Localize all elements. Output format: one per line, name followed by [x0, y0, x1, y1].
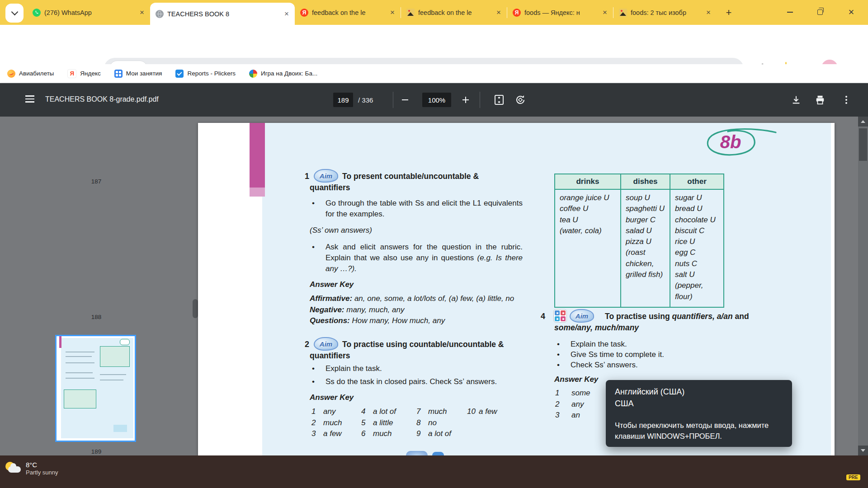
answer-text: any: [323, 406, 335, 418]
weather-temp: 8°C: [26, 461, 58, 469]
tab-close-icon[interactable]: ×: [389, 9, 396, 16]
bookmark-plickers[interactable]: Reports - Plickers: [175, 70, 236, 78]
title-part-italic: quantifiers, a/an: [672, 312, 732, 321]
page-number-input[interactable]: 189: [333, 93, 353, 107]
thumbnail-label-188: 188: [0, 314, 193, 320]
pdf-menu-button[interactable]: [25, 95, 34, 103]
scroll-down-button[interactable]: [858, 446, 868, 455]
checkbox-icon: [175, 70, 184, 78]
window-close-button[interactable]: ×: [841, 5, 862, 20]
print-icon: [815, 95, 825, 105]
minus-icon: [402, 99, 408, 100]
pdf-more-button[interactable]: [836, 90, 856, 110]
exercise-title: To present countable/uncountable & quant…: [310, 171, 513, 193]
zoom-in-button[interactable]: [456, 90, 476, 110]
zoom-level-input[interactable]: 100%: [422, 93, 451, 107]
exercise-bullet: Ask and elicit answers for the question …: [326, 242, 523, 274]
bookmark-label: Авиабилеты: [19, 70, 54, 77]
exercise-bullet: Explain the task.: [571, 339, 760, 350]
answer-num: 5: [361, 418, 373, 429]
module-badge-8b: 8b: [701, 126, 778, 158]
exercise-bullet: Explain the task.: [326, 363, 533, 374]
tab-feedback-yandex[interactable]: Я feedback on the le ×: [295, 0, 401, 25]
color-wheel-icon: [249, 70, 257, 78]
desktop-screen: (276) WhatsApp × TEACHERS BOOK 8 × Я fee…: [0, 0, 868, 488]
bookmark-igra[interactable]: Игра на Двоих: Ба...: [249, 70, 317, 78]
answer-text: much: [428, 406, 447, 418]
fit-to-page-button[interactable]: [489, 90, 509, 110]
partly-sunny-icon: [5, 461, 22, 476]
fit-page-icon: [494, 94, 504, 105]
answer-num: 8: [416, 418, 428, 429]
rotate-button[interactable]: [510, 90, 530, 110]
bookmark-yandex[interactable]: Я Яндекс: [67, 69, 100, 78]
tooltip-language: Английский (США): [615, 387, 783, 397]
window-minimize-button[interactable]: [779, 5, 800, 20]
title-part: and: [733, 312, 749, 321]
pdf-document-title: TEACHERS BOOK 8-grade.pdf.pdf: [45, 95, 159, 103]
thumbnail-label-189: 189: [0, 448, 193, 455]
print-button[interactable]: [810, 90, 830, 110]
tab-title: feedback on the le: [312, 9, 386, 16]
zoom-out-button[interactable]: [395, 90, 415, 110]
tab-title: (276) WhatsApp: [44, 9, 136, 16]
tab-title: foods: 2 тыс изобр: [631, 9, 702, 16]
tab-whatsapp[interactable]: (276) WhatsApp ×: [27, 0, 150, 25]
answer-text: a lot of: [373, 406, 396, 418]
page-edge-ribbon-tail: [250, 188, 265, 197]
exercise-bullet: Go through the table with Ss and elicit …: [326, 198, 523, 220]
arrow-down-icon: [861, 449, 865, 452]
tab-close-icon[interactable]: ×: [495, 9, 502, 16]
bookmark-aviabilety[interactable]: Авиабилеты: [7, 70, 54, 78]
tab-teachers-book[interactable]: TEACHERS BOOK 8 ×: [150, 3, 295, 25]
answer-text: some: [571, 388, 590, 399]
ak-text: How many, How much, any: [350, 316, 445, 325]
tab-close-icon[interactable]: ×: [601, 9, 609, 16]
tab-feedback-images[interactable]: feedback on the le ×: [401, 0, 507, 25]
module-badge-text: 8b: [720, 132, 741, 152]
bookmark-moi-zanyatiya[interactable]: Мои занятия: [114, 70, 162, 78]
toolbar-separator: [480, 92, 480, 108]
exercise-number: 2: [305, 340, 309, 349]
table-cell-dishes: soup U spaghetti U burger C salad U pizz…: [621, 189, 670, 307]
exercise-bullet: Check Ss’ answers.: [571, 360, 760, 371]
weather-widget[interactable]: 8°C Partly sunny: [5, 461, 58, 476]
tab-close-icon[interactable]: ×: [138, 9, 146, 16]
table-header-dishes: dishes: [621, 174, 670, 189]
sidebar-scrollbar-thumb[interactable]: [193, 299, 198, 318]
thumbnail-page-189[interactable]: [55, 335, 136, 442]
ak-label: Affirmative:: [310, 294, 352, 303]
scrollbar-thumb[interactable]: [859, 128, 867, 161]
tab-close-icon[interactable]: ×: [705, 9, 712, 16]
window-restore-button[interactable]: [810, 5, 830, 20]
answer-num: 1: [555, 388, 571, 399]
answer-num: 10: [467, 406, 479, 418]
yandex-icon: Я: [67, 69, 76, 78]
answer-note: (Ss’ own answers): [310, 226, 372, 235]
arrow-up-icon: [861, 120, 865, 123]
table-cell-drinks: orange juice U coffee U tea U (water, co…: [555, 189, 621, 307]
page-total-label: / 336: [358, 96, 373, 104]
tab-search-button[interactable]: [5, 4, 24, 23]
answer-num: 3: [311, 428, 323, 440]
download-icon: [791, 95, 801, 105]
restore-icon: [817, 9, 823, 15]
pdf-scrollbar[interactable]: [858, 117, 868, 455]
tab-foods-search[interactable]: Я foods — Яндекс: н ×: [507, 0, 613, 25]
ak-label: Questions:: [310, 316, 350, 325]
minimize-icon: [787, 12, 793, 13]
ak-text: an, one, some, a lot/lots of, (a) few, (…: [352, 294, 514, 303]
title-part-italic: some/any, much/many: [554, 323, 639, 332]
exercise-title: To practise using countable/uncountable …: [310, 339, 513, 361]
exercise-bullet: Give Ss time to complete it.: [571, 349, 760, 360]
scroll-up-button[interactable]: [858, 117, 868, 127]
grid-icon: [114, 70, 123, 78]
answer-text: a little: [373, 418, 393, 429]
food-categories-table: drinks dishes other orange juice U coffe…: [554, 174, 724, 308]
new-tab-button[interactable]: +: [722, 6, 735, 19]
bookmark-label: Яндекс: [80, 70, 100, 77]
tab-foods-images[interactable]: foods: 2 тыс изобр ×: [613, 0, 717, 25]
download-button[interactable]: [786, 90, 806, 110]
tab-close-icon[interactable]: ×: [283, 10, 290, 18]
answer-text: no: [428, 418, 437, 429]
